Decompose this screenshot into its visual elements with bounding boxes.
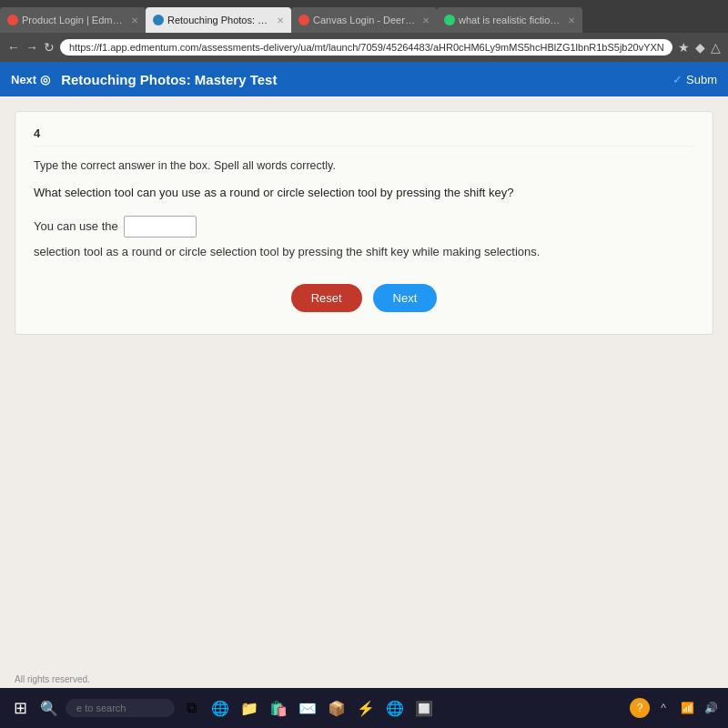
- address-input[interactable]: [60, 39, 672, 56]
- tab-product-login[interactable]: Product Login | Edmentum ✕: [0, 7, 146, 33]
- content-spacer: [0, 349, 728, 671]
- tab-retouching[interactable]: Retouching Photos: Mastery Te ✕: [146, 7, 291, 33]
- tab-close-3[interactable]: ✕: [422, 15, 430, 25]
- footer-text: All rights reserved.: [15, 674, 90, 684]
- browser-window: Product Login | Edmentum ✕ Retouching Ph…: [0, 0, 728, 728]
- question-text: What selection tool can you use as a rou…: [34, 184, 694, 202]
- question-card: 4 Type the correct answer in the box. Sp…: [15, 111, 713, 335]
- toolbar-title: Retouching Photos: Mastery Test: [61, 72, 662, 87]
- taskbar-right: ? ^ 📶 🔊: [630, 698, 721, 718]
- next-button[interactable]: Next: [373, 284, 438, 312]
- taskbar-network-icon[interactable]: 📶: [677, 698, 697, 718]
- tab-bing[interactable]: what is realistic fiction - Bing ✕: [437, 7, 582, 33]
- refresh-icon[interactable]: ↻: [44, 40, 55, 55]
- taskbar-help-icon[interactable]: ?: [630, 698, 650, 718]
- back-icon[interactable]: ←: [7, 40, 20, 55]
- toolbar-next-label: Next: [11, 73, 36, 86]
- answer-suffix: selection tool as a round or circle sele…: [34, 243, 540, 262]
- tab-label-product-login: Product Login | Edmentum: [22, 15, 124, 25]
- taskbar: ⊞ 🔍 ⧉ 🌐 📁 🛍️ ✉️ 📦 ⚡ 🌐 🔲 ? ^ 📶 🔊: [0, 688, 728, 728]
- submit-label: Subm: [686, 73, 717, 86]
- start-button[interactable]: ⊞: [7, 695, 33, 721]
- reset-button[interactable]: Reset: [291, 284, 362, 312]
- tab-close-4[interactable]: ✕: [568, 15, 575, 25]
- footer: All rights reserved.: [0, 671, 728, 688]
- extension-icon[interactable]: ◆: [695, 40, 705, 55]
- taskbar-app1-icon[interactable]: ⚡: [353, 695, 379, 721]
- profile-icon[interactable]: △: [711, 40, 721, 55]
- tab-close-2[interactable]: ✕: [277, 15, 284, 25]
- answer-input[interactable]: [124, 216, 197, 238]
- toolbar-next-icon: ◎: [40, 73, 50, 86]
- answer-prefix: You can use the: [34, 217, 118, 237]
- toolbar-submit: ✓ Subm: [672, 73, 717, 86]
- taskbar-volume-icon[interactable]: 🔊: [701, 698, 721, 718]
- taskbar-task-view[interactable]: ⧉: [178, 695, 204, 721]
- tab-icon-bing: [444, 15, 455, 25]
- tab-bar: Product Login | Edmentum ✕ Retouching Ph…: [0, 0, 728, 33]
- taskbar-chevron-icon[interactable]: ^: [653, 698, 673, 718]
- forward-icon[interactable]: →: [25, 40, 38, 55]
- question-number: 4: [34, 126, 694, 147]
- taskbar-app2-icon[interactable]: 🌐: [382, 695, 408, 721]
- tab-label-bing: what is realistic fiction - Bing: [459, 15, 561, 25]
- tab-label-canvas: Canvas Login - Deer Creek Sch: [313, 15, 415, 25]
- taskbar-file-explorer[interactable]: 📁: [237, 695, 262, 721]
- tab-icon-canvas: [298, 15, 309, 25]
- app-toolbar: Next ◎ Retouching Photos: Mastery Test ✓…: [0, 62, 728, 96]
- content-area: 4 Type the correct answer in the box. Sp…: [0, 96, 728, 688]
- taskbar-store-icon[interactable]: 🛍️: [266, 695, 291, 721]
- button-row: Reset Next: [34, 284, 694, 312]
- tab-icon-retouching: [153, 15, 164, 25]
- tab-icon-edmentum: [7, 15, 18, 25]
- address-bar: ← → ↻ ★ ◆ △: [0, 33, 728, 62]
- submit-check-icon: ✓: [672, 73, 682, 86]
- bookmark-icon[interactable]: ★: [678, 40, 690, 55]
- toolbar-next-button[interactable]: Next ◎: [11, 73, 50, 86]
- taskbar-edge-icon[interactable]: 🌐: [207, 695, 233, 721]
- tab-label-retouching: Retouching Photos: Mastery Te: [167, 15, 269, 25]
- tab-canvas[interactable]: Canvas Login - Deer Creek Sch ✕: [291, 7, 437, 33]
- tab-close-1[interactable]: ✕: [131, 15, 138, 25]
- instruction-text: Type the correct answer in the box. Spel…: [34, 157, 694, 175]
- taskbar-app3-icon[interactable]: 🔲: [411, 695, 437, 721]
- taskbar-search-icon: 🔍: [36, 695, 62, 721]
- answer-row: You can use the selection tool as a roun…: [34, 216, 694, 262]
- taskbar-dropbox-icon[interactable]: 📦: [324, 695, 349, 721]
- taskbar-mail-icon[interactable]: ✉️: [295, 695, 320, 721]
- taskbar-search-input[interactable]: [66, 699, 175, 717]
